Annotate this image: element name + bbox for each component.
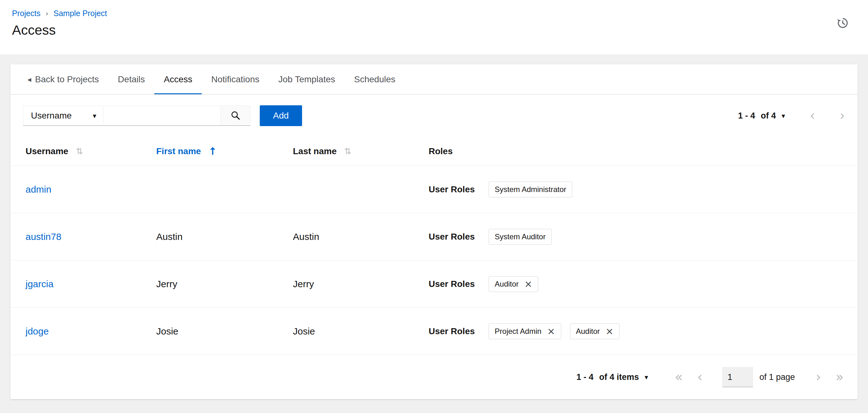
- history-button[interactable]: [835, 16, 850, 31]
- roles-group-label: User Roles: [429, 232, 475, 242]
- table-row: jdoge Josie Josie User Roles Project Adm…: [10, 308, 858, 355]
- column-header-first-name[interactable]: First name ↑: [156, 145, 293, 157]
- pagination-total: of 4: [761, 111, 776, 121]
- angle-left-icon: ◂: [27, 75, 31, 84]
- breadcrumb-separator-icon: ›: [45, 9, 48, 18]
- filter-type-select[interactable]: Username ▾: [23, 106, 103, 126]
- role-chips: System Auditor: [489, 229, 551, 245]
- first-name-cell: Austin: [156, 231, 293, 242]
- tab-details-label: Details: [118, 74, 145, 84]
- sort-ascending-icon: ↑: [209, 145, 217, 157]
- table-row: austin78 Austin Austin User Roles System…: [10, 213, 858, 261]
- page-count-label: of 1 page: [760, 372, 795, 382]
- column-label: First name: [156, 146, 201, 157]
- toolbar: Username ▾ Add 1 - 4 of 4 ▾: [10, 95, 858, 137]
- filter-type-value: Username: [31, 111, 72, 121]
- prev-page-button[interactable]: ‹: [697, 371, 703, 384]
- last-page-button[interactable]: »: [836, 371, 844, 384]
- table-row: jgarcia Jerry Jerry User Roles Auditor ×: [10, 261, 858, 308]
- role-chip: System Administrator: [489, 182, 572, 197]
- tab-bar: ◂ Back to Projects Details Access Notifi…: [10, 64, 858, 95]
- username-link[interactable]: admin: [26, 184, 52, 195]
- search-input[interactable]: [103, 106, 221, 126]
- last-name-cell: Jerry: [293, 279, 429, 289]
- role-chip-label: Auditor: [495, 280, 519, 288]
- pagination-range: 1 - 4: [576, 372, 593, 382]
- username-cell: jdoge: [26, 326, 156, 337]
- role-chips: System Administrator: [489, 182, 572, 197]
- roles-group-label: User Roles: [429, 279, 475, 289]
- tab-back-to-projects[interactable]: ◂ Back to Projects: [18, 64, 108, 94]
- username-cell: jgarcia: [26, 279, 156, 289]
- role-chip-label: Auditor: [576, 327, 600, 336]
- add-button[interactable]: Add: [260, 105, 302, 126]
- next-page-button[interactable]: ›: [816, 371, 821, 384]
- access-card: ◂ Back to Projects Details Access Notifi…: [10, 64, 858, 399]
- table-header-row: Username ⇅ First name ↑ Last name ⇅ Role…: [10, 137, 858, 166]
- caret-down-icon: ▾: [781, 112, 785, 120]
- tab-notifications[interactable]: Notifications: [202, 64, 269, 94]
- tab-details[interactable]: Details: [108, 64, 154, 94]
- next-page-button[interactable]: ›: [840, 109, 845, 122]
- tab-access[interactable]: Access: [154, 64, 202, 94]
- column-header-username[interactable]: Username ⇅: [26, 146, 156, 157]
- table-row: admin User Roles System Administrator: [10, 166, 858, 213]
- tab-schedules[interactable]: Schedules: [345, 64, 405, 94]
- first-name-cell: Josie: [156, 326, 293, 337]
- caret-down-icon: ▾: [645, 373, 648, 381]
- first-name-cell: Jerry: [156, 279, 293, 289]
- last-name-cell: Austin: [293, 231, 429, 242]
- roles-cell: User Roles System Administrator: [429, 182, 842, 197]
- column-label: Last name: [293, 146, 337, 157]
- roles-cell: User Roles Project Admin × Auditor ×: [429, 323, 842, 339]
- tab-access-label: Access: [164, 74, 192, 84]
- username-link[interactable]: jgarcia: [26, 279, 53, 289]
- pagination-summary-toggle[interactable]: 1 - 4 of 4 items ▾: [576, 372, 648, 382]
- remove-role-icon[interactable]: ×: [547, 328, 555, 335]
- roles-cell: User Roles System Auditor: [429, 229, 842, 245]
- pagination-footer: 1 - 4 of 4 items ▾ « ‹ of 1 page › »: [10, 355, 858, 399]
- breadcrumb-link-sample-project[interactable]: Sample Project: [54, 9, 107, 18]
- sort-icon: ⇅: [76, 146, 83, 156]
- roles-group-label: User Roles: [429, 184, 475, 195]
- tab-job-templates-label: Job Templates: [278, 74, 335, 84]
- column-label: Username: [26, 146, 68, 157]
- column-header-roles: Roles: [429, 146, 842, 157]
- caret-down-icon: ▾: [93, 112, 96, 120]
- breadcrumb-link-projects[interactable]: Projects: [12, 9, 40, 18]
- breadcrumb: Projects › Sample Project: [12, 9, 850, 18]
- content-area: ◂ Back to Projects Details Access Notifi…: [10, 64, 858, 399]
- search-icon: [230, 110, 241, 122]
- remove-role-icon[interactable]: ×: [524, 280, 532, 288]
- pagination-range: 1 - 4: [738, 111, 755, 121]
- role-chip: Auditor ×: [489, 276, 538, 292]
- first-page-button[interactable]: «: [675, 371, 683, 384]
- remove-role-icon[interactable]: ×: [606, 328, 614, 335]
- role-chip-label: Project Admin: [495, 327, 541, 336]
- roles-group-label: User Roles: [429, 326, 475, 336]
- role-chip-label: System Auditor: [495, 232, 546, 241]
- username-link[interactable]: austin78: [26, 231, 61, 242]
- role-chip-label: System Administrator: [495, 185, 566, 194]
- toolbar-pagination: 1 - 4 of 4 ▾ ‹ ›: [738, 109, 845, 122]
- column-header-last-name[interactable]: Last name ⇅: [293, 146, 429, 157]
- current-page-input[interactable]: [722, 367, 753, 387]
- role-chip: Project Admin ×: [489, 323, 561, 339]
- prev-page-button[interactable]: ‹: [810, 109, 815, 122]
- page-header: Projects › Sample Project Access: [0, 0, 868, 54]
- tab-job-templates[interactable]: Job Templates: [269, 64, 345, 94]
- pagination-summary-toggle[interactable]: 1 - 4 of 4 ▾: [738, 111, 785, 121]
- roles-cell: User Roles Auditor ×: [429, 276, 842, 292]
- pagination-total: of 4 items: [599, 372, 639, 382]
- role-chips: Auditor ×: [489, 276, 538, 292]
- username-cell: admin: [26, 184, 156, 195]
- role-chip: Auditor ×: [570, 323, 620, 339]
- column-label: Roles: [429, 146, 453, 157]
- role-chip: System Auditor: [489, 229, 551, 245]
- tab-schedules-label: Schedules: [354, 74, 396, 84]
- username-link[interactable]: jdoge: [26, 326, 49, 336]
- history-icon: [836, 26, 849, 31]
- search-button[interactable]: [220, 106, 250, 126]
- last-name-cell: Josie: [293, 326, 429, 337]
- role-chips: Project Admin × Auditor ×: [489, 323, 619, 339]
